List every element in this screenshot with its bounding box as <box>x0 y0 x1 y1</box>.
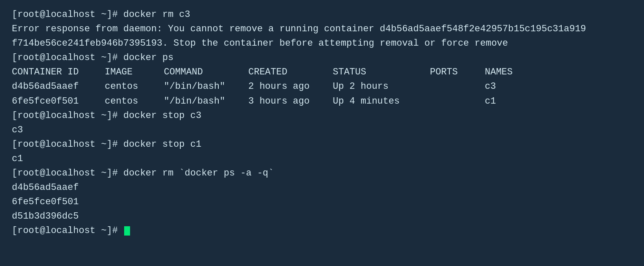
table-data-cell: c1 <box>485 96 496 107</box>
terminal-line: [root@localhost ~]# docker stop c3 <box>12 109 632 123</box>
active-prompt-line: [root@localhost ~]# <box>12 224 632 238</box>
table-header-cell: IMAGE <box>105 65 164 80</box>
table-data-cell: Up 4 minutes <box>333 94 430 109</box>
table-header-cell: STATUS <box>333 65 430 80</box>
prompt: [root@localhost ~]# <box>12 168 123 178</box>
table-header-cell: PORTS <box>430 65 485 80</box>
terminal-line: [root@localhost ~]# docker rm c3 <box>12 8 632 22</box>
table-data-row: d4b56ad5aaefcentos"/bin/bash"2 hours ago… <box>12 80 632 94</box>
table-header-cell: CONTAINER ID <box>12 65 105 80</box>
output-line: c3 <box>12 123 632 137</box>
table-data-cell: "/bin/bash" <box>164 80 248 94</box>
prompt: [root@localhost ~]# <box>12 9 123 20</box>
command: docker rm c3 <box>123 9 190 20</box>
output-line: d4b56ad5aaef <box>12 181 632 195</box>
terminal-line: [root@localhost ~]# docker rm `docker ps… <box>12 166 632 181</box>
table-header: CONTAINER IDIMAGECOMMANDCREATEDSTATUSPOR… <box>12 65 632 80</box>
active-prompt: [root@localhost ~]# <box>12 225 123 236</box>
output-line: 6fe5fce0f501 <box>12 195 632 209</box>
command: docker stop c1 <box>123 139 201 150</box>
prompt: [root@localhost ~]# <box>12 139 123 150</box>
terminal: [root@localhost ~]# docker rm c3Error re… <box>0 0 644 266</box>
terminal-line: [root@localhost ~]# docker ps <box>12 51 632 65</box>
command: docker stop c3 <box>123 110 201 121</box>
table-header-cell: NAMES <box>485 67 513 77</box>
prompt: [root@localhost ~]# <box>12 52 123 63</box>
table-data-cell: 6fe5fce0f501 <box>12 94 105 109</box>
output-line: Error response from daemon: You cannot r… <box>12 22 632 36</box>
table-data-cell: centos <box>105 80 164 94</box>
table-data-row: 6fe5fce0f501centos"/bin/bash"3 hours ago… <box>12 94 632 109</box>
table-header-cell: CREATED <box>248 65 333 80</box>
table-data-cell: "/bin/bash" <box>164 94 248 109</box>
command: docker rm `docker ps -a -q` <box>123 168 274 178</box>
table-data-cell: c3 <box>485 81 496 92</box>
command: docker ps <box>123 52 174 63</box>
output-line: c1 <box>12 152 632 166</box>
output-line: f714be56ce241feb946b7395193. Stop the co… <box>12 36 632 51</box>
table-data-cell: 2 hours ago <box>248 80 333 94</box>
table-data-cell: Up 2 hours <box>333 80 430 94</box>
cursor <box>124 226 130 236</box>
table-data-cell: 3 hours ago <box>248 94 333 109</box>
table-data-cell: centos <box>105 94 164 109</box>
terminal-line: [root@localhost ~]# docker stop c1 <box>12 137 632 152</box>
output-line: d51b3d396dc5 <box>12 209 632 224</box>
prompt: [root@localhost ~]# <box>12 110 123 121</box>
table-header-cell: COMMAND <box>164 65 248 80</box>
table-data-cell: d4b56ad5aaef <box>12 80 105 94</box>
